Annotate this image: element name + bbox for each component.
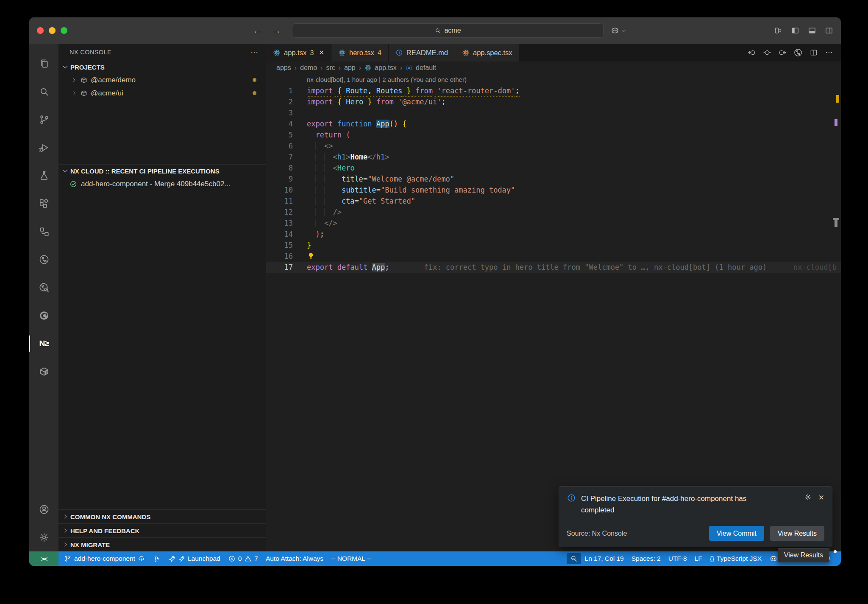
react-icon xyxy=(273,49,281,56)
scm-graph-status[interactable] xyxy=(149,551,164,566)
problems-status[interactable]: 0 7 xyxy=(224,551,262,566)
code-editor[interactable]: nx-cloud[bot], 1 hour ago | 2 authors (Y… xyxy=(266,74,841,551)
zoom-status[interactable] xyxy=(567,553,581,564)
project-item[interactable]: @acme/demo xyxy=(58,73,266,87)
activity-extensions-icon[interactable] xyxy=(29,190,58,218)
code-line[interactable]: 2import { Hero } from '@acme/ui'; xyxy=(266,96,841,107)
auto-attach-status[interactable]: Auto Attach: Always xyxy=(262,551,327,566)
activity-gear-icon[interactable] xyxy=(29,523,58,551)
launchpad-status[interactable]: Launchpad xyxy=(164,551,224,566)
breadcrumb[interactable]: apps› demo› src› app› app.tsx› default xyxy=(266,62,841,74)
tab-readme-md[interactable]: README.md xyxy=(389,44,455,62)
activity-edge-browser-icon[interactable] xyxy=(29,302,58,330)
view-commit-button[interactable]: View Commit xyxy=(709,526,764,541)
code-line[interactable]: 16 xyxy=(266,251,841,262)
tab-app-tsx[interactable]: app.tsx 3 ✕ xyxy=(266,44,331,62)
copilot-icon xyxy=(769,554,778,563)
info-icon xyxy=(567,493,576,503)
code-line[interactable]: 10 subtitle="Build something amazing tod… xyxy=(266,185,841,196)
sidebar-section-nx-migrate[interactable]: NX MIGRATE xyxy=(58,537,266,551)
code-line[interactable]: 8 <Hero xyxy=(266,162,841,173)
line-content: return ( xyxy=(307,129,841,140)
tab-app-spec-tsx[interactable]: app.spec.tsx xyxy=(455,44,520,62)
code-line[interactable]: 9 title="Welcome @acme/demo" xyxy=(266,173,841,185)
command-center-search[interactable]: acme xyxy=(292,23,604,38)
code-line[interactable]: 3 xyxy=(266,107,841,118)
indentation-status[interactable]: Spaces: 2 xyxy=(628,551,665,566)
line-content: import { Route, Routes } from 'react-rou… xyxy=(307,85,841,96)
close-window-button[interactable] xyxy=(37,27,44,34)
toggle-sidebar-left-icon[interactable] xyxy=(791,26,799,35)
code-line[interactable]: 11 cta="Get Started" xyxy=(266,196,841,207)
tab-hero-tsx[interactable]: hero.tsx 4 xyxy=(331,44,389,62)
react-icon xyxy=(462,49,470,56)
next-change-icon[interactable] xyxy=(778,48,787,57)
view-results-tooltip: View Results xyxy=(778,548,829,562)
prev-change-icon[interactable] xyxy=(748,48,756,57)
toggle-sidebar-right-icon[interactable] xyxy=(825,26,833,35)
code-line[interactable]: 12 /> xyxy=(266,207,841,218)
sidebar-more-icon[interactable]: ⋯ xyxy=(250,48,259,57)
activity-nx-icon[interactable]: N≥ xyxy=(29,330,58,358)
activity-container-icon[interactable] xyxy=(29,358,58,386)
status-bar: >< add-hero-component Launchpad 0 7 xyxy=(29,551,841,566)
gitlens-graph-icon[interactable] xyxy=(793,48,803,57)
react-icon xyxy=(364,64,371,71)
view-results-button[interactable]: View Results xyxy=(770,526,824,541)
notification-settings-icon[interactable] xyxy=(804,493,812,501)
line-content: title="Welcome @acme/demo" xyxy=(307,173,841,185)
project-item[interactable]: @acme/ui xyxy=(58,87,266,100)
activity-account-icon[interactable] xyxy=(29,495,58,523)
code-line[interactable]: 6 <> xyxy=(266,140,841,151)
activity-beaker-icon[interactable] xyxy=(29,162,58,190)
line-content xyxy=(307,251,841,262)
close-icon[interactable]: ✕ xyxy=(319,49,324,56)
code-line[interactable]: 13 </> xyxy=(266,218,841,229)
current-change-icon[interactable] xyxy=(763,48,771,57)
more-actions-icon[interactable] xyxy=(825,48,833,57)
activity-source-control-icon[interactable] xyxy=(29,106,58,134)
encoding-status[interactable]: UTF-8 xyxy=(665,551,691,566)
vim-mode-status[interactable]: -- NORMAL -- xyxy=(327,551,375,566)
git-branch-status[interactable]: add-hero-component xyxy=(60,551,149,566)
toggle-panel-icon[interactable] xyxy=(808,26,816,35)
nx-cloud-section-header[interactable]: NX CLOUD :: RECENT CI PIPELINE EXECUTION… xyxy=(58,165,266,177)
line-content: ); xyxy=(307,229,841,240)
activity-debug-icon[interactable] xyxy=(29,134,58,162)
remote-indicator[interactable]: >< xyxy=(29,551,58,566)
notification-close-icon[interactable]: ✕ xyxy=(818,493,824,502)
code-line[interactable]: 17export default App;fix: correct typo i… xyxy=(266,262,841,273)
projects-section-header[interactable]: PROJECTS xyxy=(58,61,266,73)
activity-circle-graph-search-icon[interactable] xyxy=(29,274,58,302)
code-line[interactable]: 1import { Route, Routes } from 'react-ro… xyxy=(266,85,841,96)
zoom-window-button[interactable] xyxy=(61,27,67,34)
code-line[interactable]: 14 ); xyxy=(266,229,841,240)
code-line[interactable]: 5 return ( xyxy=(266,129,841,140)
symbol-default-icon xyxy=(406,64,412,71)
activity-org-chart-icon[interactable] xyxy=(29,218,58,246)
line-number: 10 xyxy=(266,185,293,196)
activity-search-icon[interactable] xyxy=(29,78,58,106)
pipeline-execution-item[interactable]: add-hero-component - Merge 409b44e5cb02.… xyxy=(58,177,266,191)
code-line[interactable]: 7 <h1>Home</h1> xyxy=(266,151,841,162)
line-content: } xyxy=(307,240,841,251)
lightbulb-icon[interactable] xyxy=(307,252,315,260)
customize-layout-icon[interactable] xyxy=(774,26,782,35)
code-line[interactable]: 4export function App() { xyxy=(266,118,841,129)
activity-circle-graph-icon[interactable] xyxy=(29,246,58,274)
activity-files-icon[interactable] xyxy=(29,50,58,78)
cursor-position-status[interactable]: Ln 17, Col 19 xyxy=(581,551,628,566)
line-number: 12 xyxy=(266,207,293,218)
language-mode-status[interactable]: {} TypeScript JSX xyxy=(706,551,765,566)
overview-warning-mark xyxy=(836,95,839,103)
sidebar-section-common-nx-commands[interactable]: COMMON NX COMMANDS xyxy=(58,509,266,523)
line-content: </> xyxy=(307,218,841,229)
split-editor-icon[interactable] xyxy=(810,48,818,57)
code-line[interactable]: 15} xyxy=(266,240,841,251)
copilot-menu[interactable] xyxy=(610,26,627,35)
minimize-window-button[interactable] xyxy=(49,27,56,34)
sidebar-section-help-and-feedback[interactable]: HELP AND FEEDBACK xyxy=(58,523,266,537)
eol-status[interactable]: LF xyxy=(691,551,706,566)
back-arrow-icon[interactable]: ← xyxy=(253,25,262,36)
forward-arrow-icon[interactable]: → xyxy=(272,25,281,36)
